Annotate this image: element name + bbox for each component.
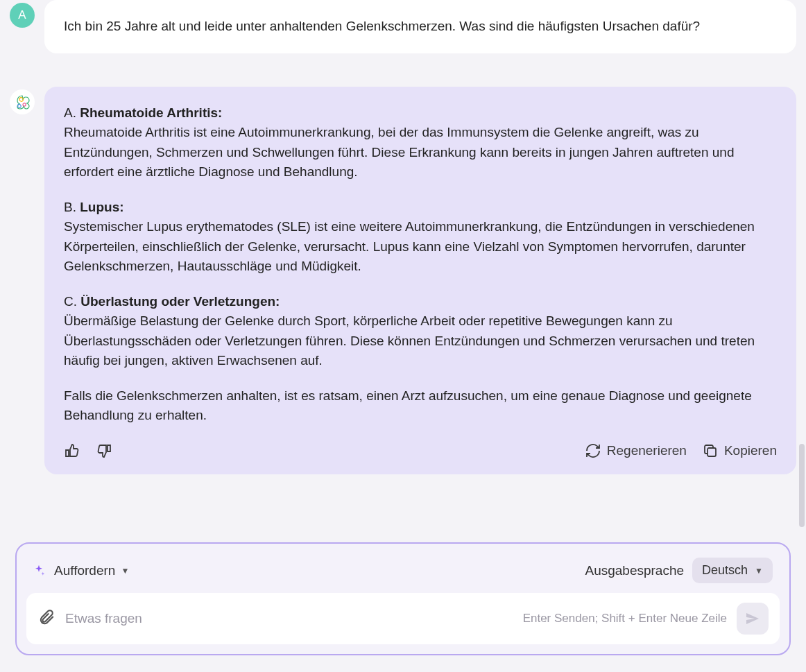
ai-section-b: B. Lupus: Systemischer Lupus erythematod…: [64, 198, 777, 277]
send-button[interactable]: [737, 603, 769, 635]
composer: Auffordern ▼ Ausgabesprache Deutsch ▼ En…: [15, 542, 791, 655]
ai-avatar: [10, 89, 35, 114]
thumbs-down-icon: [96, 442, 112, 459]
refresh-icon: [585, 442, 601, 459]
thumbs-up-button[interactable]: [64, 442, 80, 459]
copy-button[interactable]: Kopieren: [702, 441, 777, 461]
copy-icon: [702, 442, 719, 459]
section-title: Rheumatoide Arthritis:: [80, 105, 222, 120]
ai-message-row: A. Rheumatoide Arthritis: Rheumatoide Ar…: [10, 87, 796, 475]
ai-section-c: C. Überlastung oder Verletzungen: Übermä…: [64, 292, 777, 371]
user-avatar-letter: A: [18, 8, 26, 22]
user-message-row: A Ich bin 25 Jahre alt und leide unter a…: [10, 0, 796, 53]
section-title: Lupus:: [80, 200, 123, 214]
section-body: Rheumatoide Arthritis ist eine Autoimmun…: [64, 123, 777, 182]
ai-closing-text: Falls die Gelenkschmerzen anhalten, ist …: [64, 386, 777, 426]
ai-actions-bar: Regenerieren Kopieren: [64, 441, 777, 461]
attach-button[interactable]: [37, 608, 55, 629]
user-message-bubble: Ich bin 25 Jahre alt und leide unter anh…: [44, 0, 796, 53]
input-hint: Enter Senden; Shift + Enter Neue Zeile: [523, 612, 727, 626]
thumbs-down-button[interactable]: [96, 442, 112, 459]
section-body: Übermäßige Belastung der Gelenke durch S…: [64, 311, 777, 371]
regenerate-label: Regenerieren: [607, 441, 687, 461]
ai-section-a: A. Rheumatoide Arthritis: Rheumatoide Ar…: [64, 103, 777, 182]
copy-label: Kopieren: [724, 441, 777, 461]
chevron-down-icon: ▼: [755, 566, 763, 576]
section-body: Systemischer Lupus erythematodes (SLE) i…: [64, 217, 777, 277]
mode-selector[interactable]: Auffordern ▼: [54, 563, 129, 578]
input-row: Enter Senden; Shift + Enter Neue Zeile: [26, 593, 780, 644]
chevron-down-icon: ▼: [121, 566, 129, 576]
user-message-text: Ich bin 25 Jahre alt und leide unter anh…: [64, 19, 700, 33]
regenerate-button[interactable]: Regenerieren: [585, 441, 687, 461]
output-language-label: Ausgabesprache: [585, 563, 684, 578]
language-selector[interactable]: Deutsch ▼: [692, 558, 773, 583]
selected-language: Deutsch: [702, 563, 748, 578]
ai-logo-icon: [14, 94, 31, 110]
section-title: Überlastung oder Verletzungen:: [80, 294, 280, 309]
sparkle-icon: [32, 564, 46, 578]
paperclip-icon: [37, 608, 55, 626]
section-label: C.: [64, 294, 80, 309]
send-icon: [744, 610, 761, 627]
section-label: A.: [64, 105, 80, 120]
thumbs-up-icon: [64, 442, 80, 459]
message-input[interactable]: [65, 611, 513, 626]
svg-rect-0: [708, 448, 716, 456]
section-label: B.: [64, 200, 80, 214]
user-avatar: A: [10, 3, 35, 28]
mode-label-text: Auffordern: [54, 563, 115, 578]
ai-message-bubble: A. Rheumatoide Arthritis: Rheumatoide Ar…: [44, 87, 796, 475]
scrollbar-thumb[interactable]: [799, 444, 805, 527]
